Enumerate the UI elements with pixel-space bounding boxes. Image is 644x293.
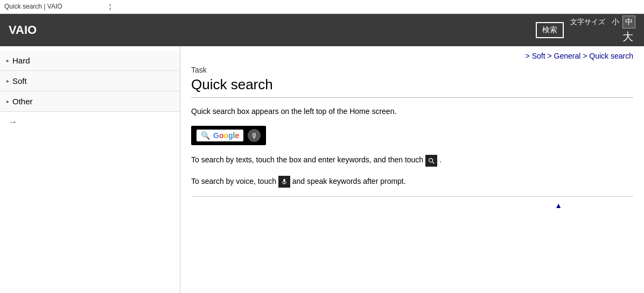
sidebar-link-area: →: [0, 112, 180, 132]
bottom-nav: ▲: [191, 196, 633, 215]
font-size-row1: 文字サイズ 小 中: [570, 16, 635, 28]
other-arrow-icon: ▸: [6, 98, 9, 104]
breadcrumb-sep1: >: [526, 52, 532, 60]
para3-mid: and speak keywords after prompt.: [292, 177, 406, 185]
para3-prefix: To search by voice, touch: [191, 177, 276, 185]
sidebar-item-other-label: Other: [12, 97, 33, 106]
breadcrumb-home-link[interactable]: [493, 52, 523, 60]
para2-prefix: To search by texts, touch the box and en…: [191, 155, 423, 164]
font-size-small-button[interactable]: 小: [610, 16, 621, 28]
svg-rect-2: [283, 179, 285, 182]
sidebar-link-arrow-icon: →: [9, 117, 17, 127]
sidebar-item-soft[interactable]: ▸ Soft: [0, 71, 180, 91]
google-logo-text: Google: [213, 131, 239, 140]
main-layout: ▸ Hard ▸ Soft ▸ Other → > Soft > General…: [0, 46, 644, 293]
header-right-controls: 検索 文字サイズ 小 中 大: [536, 16, 635, 45]
sidebar-item-hard[interactable]: ▸ Hard: [0, 51, 180, 71]
breadcrumb-sep3: >: [583, 52, 589, 60]
soft-arrow-icon: ▸: [6, 78, 9, 84]
search-box-image: 🔍 Google 🎙: [191, 126, 266, 145]
sidebar-link[interactable]: [20, 117, 58, 127]
search-button[interactable]: 検索: [536, 22, 564, 38]
breadcrumb-soft-link[interactable]: Soft: [532, 52, 545, 60]
header-title: VAIO: [9, 22, 120, 38]
back-to-top-link[interactable]: ▲: [555, 201, 622, 210]
para1: Quick search box appears on the left top…: [191, 105, 633, 117]
font-size-label: 文字サイズ: [570, 17, 605, 27]
content-area: > Soft > General > Quick search Task Qui…: [180, 46, 644, 293]
search-touch-icon: [425, 155, 437, 167]
sidebar-item-hard-label: Hard: [12, 56, 30, 65]
breadcrumb-general-link[interactable]: General: [554, 52, 581, 60]
voice-touch-icon: [278, 176, 290, 188]
font-size-medium-button[interactable]: 中: [622, 16, 635, 28]
breadcrumb-sep2: >: [547, 52, 554, 60]
voice-search-icon: 🎙: [248, 129, 261, 142]
search-magnifier-icon: 🔍: [201, 131, 210, 140]
svg-line-1: [432, 162, 434, 163]
google-search-inner: 🔍 Google: [197, 130, 243, 141]
sidebar: ▸ Hard ▸ Soft ▸ Other →: [0, 46, 180, 293]
header: VAIO 検索 文字サイズ 小 中 大: [0, 14, 644, 46]
sidebar-item-soft-label: Soft: [12, 76, 27, 85]
content-breadcrumb: > Soft > General > Quick search: [191, 46, 633, 65]
page-heading: Quick search: [191, 76, 633, 98]
font-size-large-button[interactable]: 大: [620, 28, 635, 45]
task-label: Task: [191, 65, 633, 74]
hard-arrow-icon: ▸: [6, 58, 9, 63]
font-size-group: 文字サイズ 小 中 大: [570, 16, 635, 45]
para2: To search by texts, touch the box and en…: [191, 154, 633, 166]
svg-point-0: [429, 158, 433, 162]
top-breadcrumb-text: Quick search | VAIO ¦: [4, 3, 137, 10]
top-breadcrumb-bar: Quick search | VAIO ¦: [0, 0, 644, 14]
para2-suffix: .: [439, 155, 442, 164]
sidebar-item-other[interactable]: ▸ Other: [0, 91, 180, 112]
para3: To search by voice, touch and speak keyw…: [191, 175, 633, 188]
breadcrumb-current: Quick search: [589, 52, 633, 60]
